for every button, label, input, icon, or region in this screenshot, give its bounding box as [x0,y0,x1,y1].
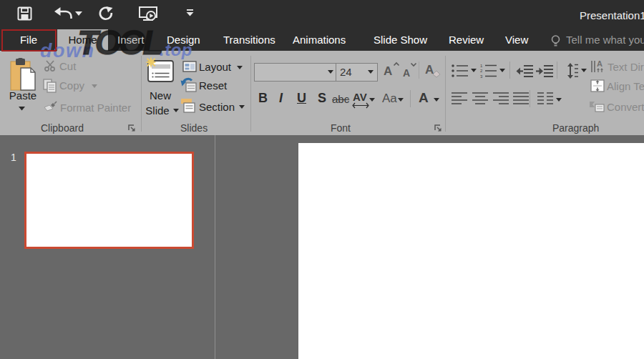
svg-text:1: 1 [480,64,483,68]
svg-text:A: A [597,59,602,68]
svg-text:2: 2 [480,69,483,73]
svg-text:3: 3 [480,74,483,79]
